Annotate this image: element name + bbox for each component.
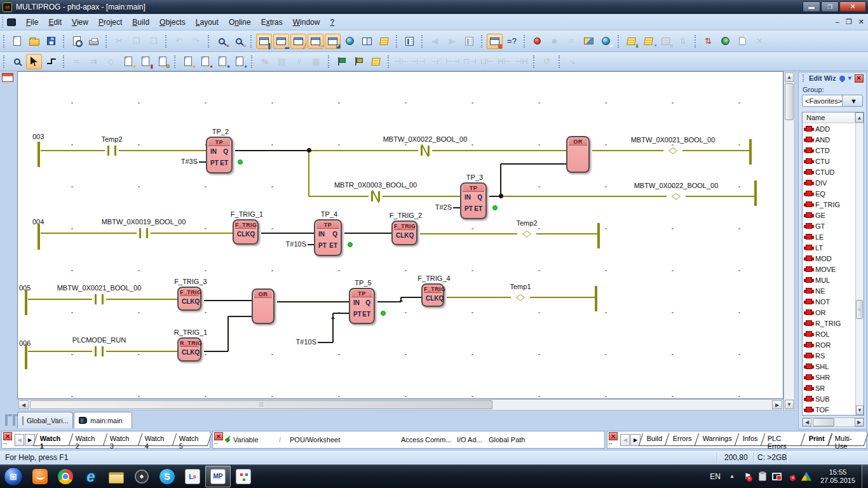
menu-build[interactable]: Build — [127, 16, 154, 29]
watch-tab-watch-4[interactable]: Watch 4 — [138, 433, 177, 446]
contact-plcmode_run[interactable] — [92, 345, 106, 358]
close-message-panel-button[interactable]: ✕ — [609, 432, 618, 440]
language-indicator[interactable]: EN — [710, 472, 721, 481]
download-button[interactable]: ⇅ — [700, 34, 716, 49]
menu-window[interactable]: Window — [288, 16, 325, 29]
list-hscroll-thumb[interactable] — [813, 418, 834, 426]
taskbar-internet-explorer-app[interactable]: e — [78, 466, 104, 487]
fb-list-item-rs[interactable]: RS — [803, 350, 855, 361]
function-block-or[interactable]: OR — [252, 288, 275, 324]
fb-list-item-not[interactable]: NOT — [803, 296, 855, 307]
message-tab-multi-use[interactable]: Multi-Use — [827, 433, 868, 446]
watch-tab-watch-1[interactable]: Watch 1 — [33, 433, 74, 446]
taskbar-multiprog-app[interactable]: MP — [205, 466, 231, 487]
open-worksheet-toggle[interactable]: ▥ — [487, 34, 503, 49]
column-header-comm[interactable]: Comm... — [425, 436, 452, 444]
fb-list-item-div[interactable]: DIV — [803, 177, 855, 188]
list-hscrollbar[interactable]: ◀ ▶ — [802, 417, 864, 427]
project-control-button[interactable]: ✔ — [598, 34, 614, 49]
menu-view[interactable]: View — [67, 16, 93, 29]
comment-button[interactable] — [368, 54, 384, 69]
make-button[interactable]: ⇓ — [623, 34, 639, 49]
select-tool-button[interactable] — [26, 54, 42, 69]
ladder-canvas[interactable]: 003Temp2MBTW_0X0022_BOOL_00MBTR_0X0003_B… — [17, 71, 783, 399]
fb-list-item-ror[interactable]: ROR — [803, 339, 855, 350]
fb-list-item-sr[interactable]: SR — [803, 383, 855, 393]
logic-analyzer-button[interactable] — [342, 34, 358, 49]
fb-list-item-gt[interactable]: GT — [803, 220, 855, 231]
scroll-down-button[interactable]: ▼ — [785, 400, 794, 409]
insert-network-button[interactable]: ▮ — [137, 54, 153, 69]
fb-list-item-shl[interactable]: SHL — [803, 361, 855, 372]
online-mode-button[interactable] — [717, 34, 733, 49]
function-block-f_trig_2[interactable]: F_TRIGCLKQ — [391, 220, 417, 245]
mdi-restore-button[interactable]: ❐ — [846, 18, 852, 26]
worksheet-tab-globalvari[interactable]: Global_Vari... — [17, 412, 73, 428]
fb-list-item-or[interactable]: OR — [803, 307, 855, 318]
pin-icon[interactable] — [838, 74, 846, 83]
taskbar-file-manager-app[interactable] — [104, 466, 129, 487]
close-watch-panel-button[interactable]: ✕ — [3, 432, 12, 440]
message-tabs-left-button[interactable]: ◀ — [620, 434, 630, 446]
menu-?[interactable]: ? — [325, 16, 339, 29]
column-header-variable[interactable]: Variable — [233, 436, 259, 444]
taskbar-skype-app[interactable]: S — [154, 466, 180, 487]
edit-marker-button[interactable] — [334, 54, 349, 69]
menu-edit[interactable]: Edit — [43, 16, 67, 29]
scroll-right-button[interactable]: ▶ — [772, 400, 782, 409]
fb-list-item-mod[interactable]: MOD — [803, 253, 855, 264]
notification-flag-icon[interactable]: ⚑ — [742, 471, 754, 482]
scroll-up-button[interactable]: ▲ — [785, 72, 794, 82]
fb-list-item-move[interactable]: MOVE — [803, 264, 855, 274]
menu-objects[interactable]: Objects — [154, 16, 191, 29]
goto-marker-button[interactable] — [351, 54, 367, 69]
function-block-tp_5[interactable]: TPINQPTET — [349, 288, 375, 324]
group-dropdown[interactable]: <Favorites> ▼ — [802, 95, 863, 107]
status-bar-toggle[interactable]: ⋯ — [308, 34, 323, 49]
minimize-button[interactable]: ▬ — [803, 1, 820, 12]
menu-layout[interactable]: Layout — [191, 16, 224, 29]
tray-expand-icon[interactable]: ▲ — [729, 473, 735, 479]
clock[interactable]: 15:55 27.05.2015 — [820, 468, 855, 485]
new-file-button[interactable] — [9, 34, 25, 49]
fb-list-item-shr[interactable]: SHR — [803, 372, 855, 383]
fb-list-item-le[interactable]: LE — [803, 231, 855, 242]
fb-list-item-ne[interactable]: NE — [803, 285, 855, 296]
fb-list-item-ctud[interactable]: CTUD — [803, 166, 855, 177]
save-button[interactable] — [43, 34, 59, 49]
fb-list-item-rol[interactable]: ROL — [803, 329, 855, 339]
print-preview-button[interactable] — [69, 34, 85, 49]
list-scroll-left-button[interactable]: ◀ — [803, 418, 811, 426]
fb-list-item-lt[interactable]: LT — [803, 242, 855, 253]
notes-button[interactable] — [376, 34, 392, 49]
hscroll-thumb[interactable] — [30, 400, 492, 409]
column-header-ioad[interactable]: I/O Ad... — [457, 436, 482, 444]
cross-reference-button[interactable] — [402, 34, 417, 49]
mdi-minimize-button[interactable]: – — [836, 18, 839, 26]
volume-muted-icon[interactable]: ◄ — [786, 471, 797, 482]
watch-tab-watch-2[interactable]: Watch 2 — [69, 433, 108, 446]
column-header-access[interactable]: Access — [401, 436, 423, 444]
fb-list-item-sub[interactable]: SUB — [803, 393, 855, 404]
zoom-in-button[interactable]: + — [214, 34, 229, 49]
function-block-tp_3[interactable]: TPINQPTET — [460, 182, 487, 219]
open-project-button[interactable] — [26, 34, 42, 49]
function-block-r_trig_1[interactable]: R_TRIGCLKQ — [177, 337, 201, 362]
contact-mbtw_0x0022_bool_00[interactable] — [418, 144, 432, 157]
scroll-left-button[interactable]: ◀ — [18, 400, 29, 409]
add-contact-below-button[interactable]: ● — [197, 54, 213, 69]
edit-wizard-header[interactable]: Edit Wiz ▼ ✕ — [799, 72, 866, 84]
mdi-close-button[interactable]: ✕ — [858, 18, 864, 26]
menu-project[interactable]: Project — [93, 16, 127, 29]
coil-temp1[interactable]: ◇ — [511, 292, 530, 302]
column-header-globalpath[interactable]: Global Path — [489, 436, 525, 444]
close-button[interactable]: ✕ — [839, 1, 866, 12]
split-window-button[interactable] — [359, 34, 375, 49]
taskbar-graphics-app[interactable] — [231, 466, 256, 487]
coil-mbtw_0x0021_bool_00[interactable]: ◇ — [663, 146, 682, 156]
list-scroll-right-button[interactable]: ▶ — [855, 418, 864, 426]
menu-extras[interactable]: Extras — [256, 16, 288, 29]
fb-list-item-r_trig[interactable]: R_TRIG — [803, 318, 855, 329]
list-vscroll-thumb[interactable]: ≡ — [856, 300, 863, 319]
show-desktop-button[interactable] — [862, 464, 868, 488]
